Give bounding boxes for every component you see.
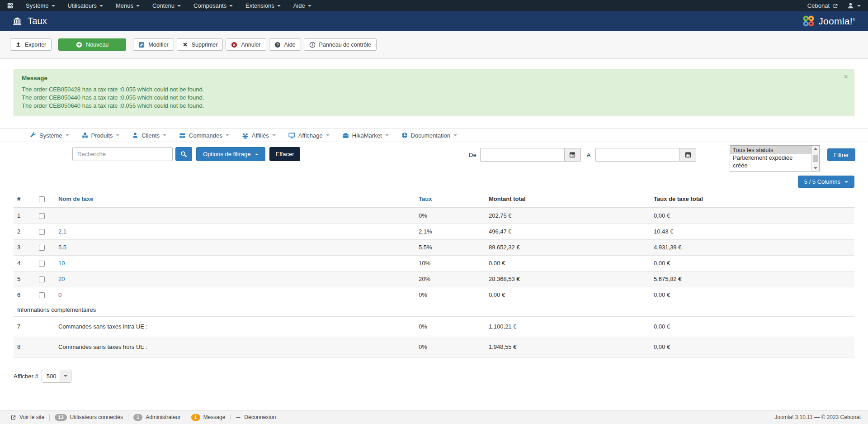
close-icon[interactable]: × <box>844 73 848 81</box>
menu-systeme[interactable]: Système <box>24 132 75 139</box>
row-num: 1 <box>14 208 35 224</box>
help-button[interactable]: ? Aide <box>269 38 301 51</box>
table-row: 4 10 10% 0,00 € 0,00 € <box>14 255 854 271</box>
new-button[interactable]: Nouveau <box>58 38 126 51</box>
menu-label: Clients <box>142 132 160 139</box>
topnav-systeme[interactable]: Système <box>19 0 61 11</box>
tax-total: 0,00 € <box>650 208 854 224</box>
row-checkbox[interactable] <box>39 261 45 267</box>
registered-mark: ® <box>853 18 855 22</box>
menu-clients[interactable]: Clients <box>126 132 173 139</box>
filter-button[interactable]: Filtrer <box>827 148 855 161</box>
user-menu[interactable] <box>847 2 861 9</box>
amount-total: 0,00 € <box>485 287 650 303</box>
scroll-thumb[interactable] <box>813 155 818 162</box>
date-to-input[interactable] <box>595 148 679 162</box>
delete-button[interactable]: Supprimer <box>177 38 223 51</box>
scroll-down-icon[interactable] <box>814 167 817 169</box>
amount-total: 496,47 € <box>485 224 650 239</box>
messages-link[interactable]: 1 Message <box>186 414 231 421</box>
display-icon <box>288 132 295 139</box>
status-option[interactable]: Partiellement expédiée <box>730 154 811 162</box>
date-from-calendar-button[interactable] <box>564 148 581 162</box>
admin-users-link[interactable]: 1 Administrateur <box>128 414 186 421</box>
minus-icon <box>236 414 241 420</box>
chevron-down-icon <box>177 5 181 7</box>
view-site-link[interactable]: Voir le site <box>5 414 49 420</box>
status-option[interactable]: Tous les statuts <box>730 146 811 154</box>
columns-button[interactable]: 5 / 5 Columns <box>798 176 854 188</box>
status-bar: Voir le site 13 Utilisateurs connectés 1… <box>0 410 868 424</box>
scroll-up-icon[interactable] <box>814 148 817 150</box>
topnav-menus[interactable]: Menus <box>109 0 146 11</box>
row-checkbox[interactable] <box>39 229 45 235</box>
export-button[interactable]: Exporter <box>10 38 52 51</box>
admin-top-bar: Système Utilisateurs Menus Contenu Compo… <box>0 0 868 11</box>
select-all-checkbox[interactable] <box>39 196 45 202</box>
tax-name-link[interactable]: 5.5 <box>58 244 66 251</box>
status-listbox[interactable]: Tous les statuts Partiellement expédiée … <box>730 145 820 172</box>
row-checkbox[interactable] <box>39 213 45 219</box>
topnav-extensions[interactable]: Extensions <box>239 0 287 11</box>
chevron-down-icon <box>116 134 119 136</box>
sort-name-link[interactable]: Nom de taxe <box>58 195 93 202</box>
status-option[interactable]: créée <box>730 162 811 169</box>
tax-name-link[interactable]: 20 <box>58 276 65 282</box>
control-panel-button[interactable]: i Panneau de contrôle <box>304 38 377 51</box>
tax-rate: 0% <box>415 337 485 357</box>
users-icon <box>242 132 249 139</box>
topnav-label: Aide <box>293 2 305 9</box>
chevron-down-icon <box>66 134 69 136</box>
sort-rate-link[interactable]: Taux <box>419 195 432 202</box>
cancel-button[interactable]: Annuler <box>226 38 266 51</box>
logout-link[interactable]: Déconnexion <box>230 414 281 420</box>
chevron-down-icon <box>385 134 389 136</box>
table-row: 8 Commandes sans taxes hors UE : 0% 1.94… <box>14 337 854 357</box>
menu-label: Produits <box>91 132 113 139</box>
version-text: Joomla! 3.10.11 — © 2023 Cebonat <box>774 414 863 420</box>
new-label: Nouveau <box>86 42 108 48</box>
menu-label: Documentation <box>411 132 450 139</box>
external-link-icon <box>833 3 838 9</box>
listbox-scrollbar[interactable] <box>811 146 819 171</box>
topnav-composants[interactable]: Composants <box>187 0 239 11</box>
date-to-calendar-button[interactable] <box>679 148 696 162</box>
tax-name-link[interactable]: 0 <box>58 291 61 298</box>
chevron-down-icon <box>226 134 229 136</box>
menu-hikamarket[interactable]: HikaMarket <box>336 132 395 139</box>
menu-affilies[interactable]: Affiliés <box>236 132 282 139</box>
cubes-icon <box>82 132 88 138</box>
row-checkbox[interactable] <box>39 245 45 251</box>
topnav-label: Utilisateurs <box>68 2 97 9</box>
logged-users-link[interactable]: 13 Utilisateurs connectés <box>49 414 128 421</box>
menu-documentation[interactable]: Documentation <box>395 132 463 139</box>
col-header-rate: Taux <box>415 193 485 208</box>
clear-button[interactable]: Effacer <box>269 147 301 161</box>
table-row: 5 20 20% 28.368,53 € 5.675,82 € <box>14 271 854 287</box>
menu-produits[interactable]: Produits <box>75 132 126 139</box>
filter-options-button[interactable]: Options de filtrage <box>196 147 265 161</box>
tax-name-link[interactable]: 10 <box>58 260 65 267</box>
control-panel-label: Panneau de contrôle <box>319 42 371 48</box>
chevron-down-icon <box>272 134 276 136</box>
date-from-input[interactable] <box>480 148 564 162</box>
col-header-amount: Montant total <box>485 193 650 208</box>
menu-commandes[interactable]: Commandes <box>173 132 236 139</box>
search-input[interactable] <box>72 147 173 161</box>
site-preview-link[interactable]: Cebonat <box>807 2 838 9</box>
tax-rate: 0% <box>415 316 485 337</box>
help-label: Aide <box>284 42 296 48</box>
limit-select[interactable]: 500 <box>42 370 71 383</box>
joomla-logo-icon <box>802 14 815 28</box>
topnav-contenu[interactable]: Contenu <box>146 0 187 11</box>
menu-affichage[interactable]: Affichage <box>282 132 336 139</box>
edit-button[interactable]: Modifier <box>133 38 174 51</box>
svg-text:i: i <box>311 43 313 47</box>
topnav-aide[interactable]: Aide <box>287 0 318 11</box>
tax-name-link[interactable]: 2.1 <box>58 228 66 235</box>
search-button[interactable] <box>175 147 192 161</box>
topnav-utilisateurs[interactable]: Utilisateurs <box>61 0 109 11</box>
row-checkbox[interactable] <box>39 292 45 298</box>
row-checkbox[interactable] <box>39 276 45 282</box>
topnav-label: Composants <box>193 2 226 9</box>
